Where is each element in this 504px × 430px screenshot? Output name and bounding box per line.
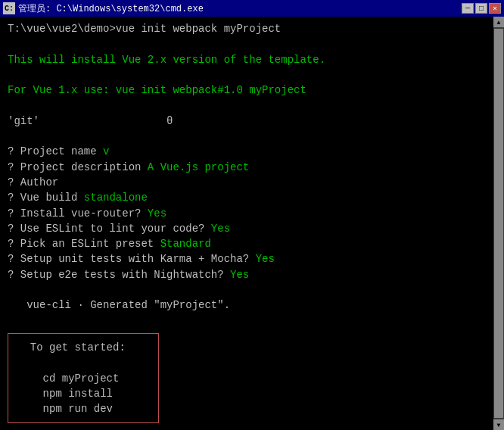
q4-line: ? Vue build standalone <box>8 190 496 205</box>
git-line: 'git' θ <box>8 114 496 129</box>
scroll-thumb[interactable] <box>494 29 503 418</box>
terminal[interactable]: T:\vue\vue2\demo>vue init webpack myProj… <box>0 17 504 430</box>
q3-line: ? Author <box>8 175 496 190</box>
generated-line: vue-cli · Generated "myProject". <box>8 298 496 313</box>
blank-line5 <box>8 282 496 298</box>
q1-line: ? Project name v <box>8 144 496 159</box>
title-bar: C: 管理员: C:\Windows\system32\cmd.exe ─ □ … <box>0 0 504 17</box>
title-bar-left: C: 管理员: C:\Windows\system32\cmd.exe <box>3 2 204 15</box>
q2-line: ? Project description A Vue.js project <box>8 160 496 175</box>
command-line: T:\vue\vue2\demo>vue init webpack myProj… <box>8 21 496 36</box>
blank-line4 <box>8 129 496 144</box>
scroll-up-arrow[interactable]: ▲ <box>493 17 504 27</box>
q6-line: ? Use ESLint to lint your code? Yes <box>8 221 496 236</box>
box-header: To get started: <box>17 340 149 355</box>
minimize-button[interactable]: ─ <box>462 3 474 14</box>
blank-line6 <box>8 313 496 329</box>
maximize-button[interactable]: □ <box>475 3 487 14</box>
blank-line <box>8 36 496 51</box>
blank-line7 <box>17 355 149 370</box>
blank-line3 <box>8 98 496 113</box>
info-line1: This will install Vue 2.x version of the… <box>8 52 496 67</box>
q8-line: ? Setup unit tests with Karma + Mocha? Y… <box>8 251 496 266</box>
box-line1: cd myProject <box>17 371 149 386</box>
q5-line: ? Install vue-router? Yes <box>8 206 496 221</box>
instructions-box: To get started: cd myProject npm install… <box>8 333 159 423</box>
box-line2: npm install <box>17 386 149 401</box>
close-button[interactable]: ✕ <box>489 3 501 14</box>
q7-line: ? Pick an ESLint preset Standard <box>8 236 496 251</box>
info-line2: For Vue 1.x use: vue init webpack#1.0 my… <box>8 83 496 98</box>
scrollbar[interactable]: ▲ ▼ <box>493 17 504 430</box>
cmd-icon: C: <box>3 2 15 14</box>
box-line3: npm run dev <box>17 401 149 416</box>
q9-line: ? Setup e2e tests with Nightwatch? Yes <box>8 267 496 282</box>
title-bar-buttons: ─ □ ✕ <box>462 3 501 14</box>
window-title: 管理员: C:\Windows\system32\cmd.exe <box>18 2 204 15</box>
scroll-down-arrow[interactable]: ▼ <box>493 419 504 430</box>
blank-line2 <box>8 67 496 83</box>
